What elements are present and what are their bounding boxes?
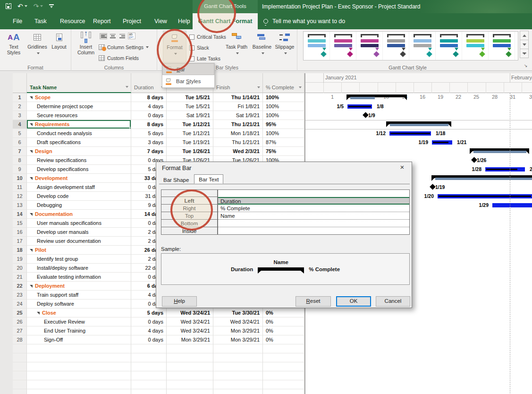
tab-gantt-chart-format[interactable]: Gantt Chart Format: [193, 13, 258, 29]
cell-name[interactable]: Design: [27, 147, 131, 156]
task-bar[interactable]: [485, 167, 525, 171]
tab-report[interactable]: Report: [86, 13, 118, 29]
menu-item-bar[interactable]: Bar: [162, 63, 214, 75]
cell-id[interactable]: 27: [13, 326, 27, 335]
gantt-style-swatch-3[interactable]: [356, 32, 383, 60]
expand-collapse-icon[interactable]: [30, 177, 33, 180]
cell-finish[interactable]: Mon 1/18/21: [213, 129, 263, 138]
cell-name[interactable]: Develop specifications: [27, 165, 131, 174]
save-icon[interactable]: [6, 3, 11, 9]
cell-dur[interactable]: 0 days: [131, 335, 167, 344]
cell-start[interactable]: Tue 1/26/21: [167, 147, 213, 156]
expand-collapse-icon[interactable]: [30, 150, 33, 153]
gantt-style-swatch-5[interactable]: [409, 32, 436, 60]
cell-name[interactable]: Develop code: [27, 192, 131, 201]
task-row-1[interactable]: 1Scope8 daysTue 1/5/21Thu 1/14/21100%: [13, 93, 304, 102]
gridlines-button[interactable]: Gridlines: [25, 31, 49, 64]
expand-collapse-icon[interactable]: [30, 96, 33, 99]
cell-id[interactable]: 28: [13, 335, 27, 344]
cell-id[interactable]: 21: [13, 273, 27, 282]
cell-dur[interactable]: 4 days: [131, 102, 167, 111]
position-label-inside[interactable]: Inside: [161, 227, 218, 235]
cell-pct[interactable]: 0%: [263, 317, 304, 326]
tab-project[interactable]: Project: [116, 13, 148, 29]
column-header-finish[interactable]: Finish: [213, 73, 263, 93]
gantt-style-swatch-8[interactable]: [489, 32, 515, 60]
cell-start[interactable]: Wed 3/24/21: [167, 317, 213, 326]
cell-finish[interactable]: Thu 1/14/21: [213, 93, 263, 102]
expand-collapse-icon[interactable]: [30, 213, 33, 216]
cell-finish[interactable]: Mon 3/29/21: [213, 335, 263, 344]
cell-start[interactable]: Tue 1/5/21: [167, 102, 213, 111]
help-button[interactable]: Help: [162, 296, 197, 307]
cell-name[interactable]: Pilot: [27, 246, 131, 255]
cell-name[interactable]: Draft specifications: [27, 138, 131, 147]
checkbox-critical-tasks[interactable]: Critical Tasks: [189, 34, 226, 40]
cell-start[interactable]: Wed 3/24/21: [167, 326, 213, 335]
checkbox-slack[interactable]: Slack: [189, 45, 209, 51]
task-row-7[interactable]: 7Design7 daysTue 1/26/21Wed 2/3/2175%: [13, 147, 304, 156]
cell-pct[interactable]: 100%: [263, 111, 304, 120]
cell-name[interactable]: Review user documentation: [27, 237, 131, 246]
cell-id[interactable]: 26: [13, 317, 27, 326]
cell-id[interactable]: 20: [13, 264, 27, 273]
cell-start[interactable]: Sat 1/9/21: [167, 111, 213, 120]
cell-dur[interactable]: 0 days: [131, 111, 167, 120]
cell-id[interactable]: 1: [13, 93, 27, 102]
task-row-5[interactable]: 5Conduct needs analysis5 daysTue 1/12/21…: [13, 129, 304, 138]
expand-collapse-icon[interactable]: [37, 312, 40, 315]
menu-item-bar-styles[interactable]: Bar Styles: [162, 75, 214, 87]
field-value-top[interactable]: Name: [218, 212, 409, 220]
cell-finish[interactable]: Tue 3/30/21: [213, 308, 263, 317]
task-bar[interactable]: [438, 194, 532, 198]
cell-name[interactable]: Secure resources: [27, 111, 131, 120]
custom-fields-button[interactable]: Custom Fields: [99, 55, 139, 61]
filter-arrow-icon[interactable]: [126, 86, 128, 88]
task-bar[interactable]: [432, 140, 452, 145]
cell-pct[interactable]: 100%: [263, 102, 304, 111]
field-value-right[interactable]: % Complete: [218, 205, 409, 212]
cell-id[interactable]: 16: [13, 228, 27, 237]
align-left-icon[interactable]: [100, 33, 107, 39]
cell-id[interactable]: 6: [13, 138, 27, 147]
slippage-button[interactable]: Slippage: [273, 31, 296, 64]
dialog-launcher-icon[interactable]: ↘: [524, 63, 528, 68]
cell-dur[interactable]: 5 days: [131, 129, 167, 138]
cell-name[interactable]: Documentation: [27, 210, 131, 219]
cell-id[interactable]: 12: [13, 192, 27, 201]
position-label-left[interactable]: Left: [161, 197, 218, 205]
cell-name[interactable]: Close: [27, 308, 131, 317]
filter-arrow-icon[interactable]: [257, 86, 260, 88]
baseline-button[interactable]: Baseline: [250, 31, 274, 64]
cell-id[interactable]: 25: [13, 308, 27, 317]
cell-name[interactable]: Deployment: [27, 282, 131, 291]
cell-pct[interactable]: 100%: [263, 93, 304, 102]
field-value-left[interactable]: Duration: [218, 197, 409, 205]
cell-finish[interactable]: Thu 1/21/21: [213, 138, 263, 147]
cell-start[interactable]: Mon 3/29/21: [167, 335, 213, 344]
cell-pct[interactable]: 0%: [263, 335, 304, 344]
cell-name[interactable]: Sign-Off: [27, 335, 131, 344]
cell-dur[interactable]: 8 days: [131, 120, 167, 129]
field-value-inside[interactable]: [218, 227, 409, 235]
tab-file[interactable]: File: [6, 13, 29, 29]
task-row-27[interactable]: 27End User Training4 daysWed 3/24/21Mon …: [13, 326, 304, 335]
expand-collapse-icon[interactable]: [30, 285, 33, 288]
tab-view[interactable]: View: [147, 13, 174, 29]
cell-finish[interactable]: Wed 2/3/21: [213, 147, 263, 156]
cell-id[interactable]: 15: [13, 219, 27, 228]
cell-name[interactable]: End User Training: [27, 326, 131, 335]
cell-id[interactable]: 19: [13, 255, 27, 264]
task-row-4[interactable]: 4Requirements8 daysTue 1/12/21Thu 1/21/2…: [13, 120, 304, 129]
cell-dur[interactable]: 0 days: [131, 317, 167, 326]
cell-id[interactable]: 2: [13, 102, 27, 111]
ok-button[interactable]: OK: [336, 296, 371, 307]
tell-me-box[interactable]: Tell me what you want to do: [263, 13, 345, 29]
task-row-28[interactable]: 28Sign-Off0 daysMon 3/29/21Mon 3/29/210%: [13, 335, 304, 344]
column-header-pct[interactable]: % Complete: [263, 73, 304, 93]
undo-icon[interactable]: ↶: [17, 1, 27, 11]
cell-id[interactable]: 4: [13, 120, 27, 129]
cell-name[interactable]: Review specifications: [27, 156, 131, 165]
cell-name[interactable]: Executive Review: [27, 317, 131, 326]
layout-button[interactable]: Layout: [47, 31, 71, 64]
